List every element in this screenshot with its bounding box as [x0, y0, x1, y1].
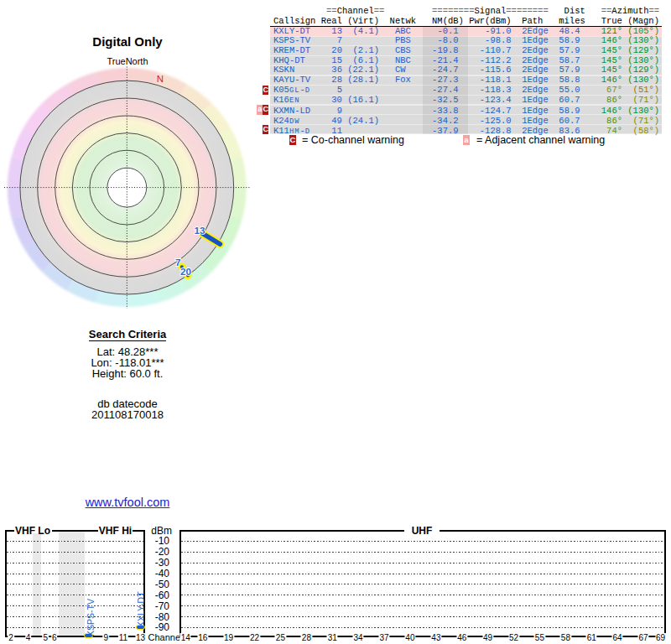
svg-text:20: 20 — [180, 266, 192, 277]
svg-text:N: N — [157, 74, 164, 84]
svg-text:13: 13 — [194, 225, 205, 236]
